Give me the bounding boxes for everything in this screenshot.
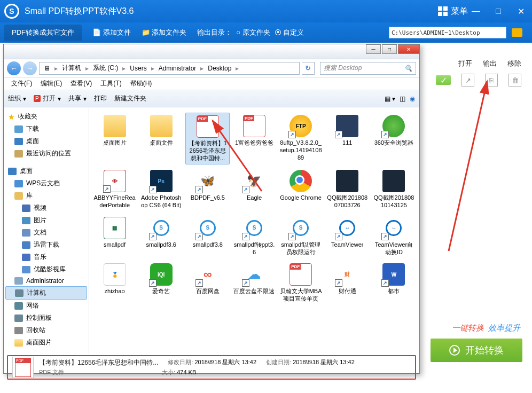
- file-item[interactable]: 贝翰文大学MBA项目宣传单页: [279, 261, 323, 305]
- dialog-titlebar[interactable]: ─ □ ✕: [4, 44, 419, 59]
- file-item[interactable]: W都市: [372, 261, 416, 305]
- file-item[interactable]: FTP8uftp_V3.8.2.0_setup.1419410889: [279, 113, 323, 164]
- sidebar-item[interactable]: Administrator: [4, 276, 89, 286]
- preview-pane-button[interactable]: ◫: [400, 95, 405, 103]
- check-icon[interactable]: ✓: [436, 75, 451, 85]
- file-item[interactable]: 360安全浏览器: [372, 113, 416, 164]
- sidebar-item[interactable]: ★收藏夹: [4, 111, 89, 123]
- breadcrumb-item[interactable]: Desktop: [206, 65, 233, 72]
- details-title: 【考前资料】12656毛泽东思想和中国特...: [39, 358, 158, 367]
- help-icon[interactable]: ◉: [410, 95, 415, 103]
- remove-action[interactable]: 移除: [507, 59, 521, 68]
- file-item[interactable]: ↔TeamViewer: [325, 215, 370, 258]
- file-item[interactable]: 桌面图片: [92, 113, 137, 164]
- file-item[interactable]: 桌面文件: [139, 113, 183, 164]
- file-item[interactable]: Ssmallpdf以管理员权限运行: [279, 215, 323, 258]
- file-item[interactable]: QQ截图20180807003726: [325, 168, 370, 211]
- annotation-arrow-2: [443, 75, 518, 256]
- sidebar-item[interactable]: WPS云文档: [4, 177, 89, 190]
- sidebar-item[interactable]: 最近访问的位置: [4, 147, 89, 160]
- file-item[interactable]: 👁ABBYYFineReaderPortable: [92, 168, 137, 211]
- file-item[interactable]: Google Chrome: [279, 168, 323, 211]
- close-button[interactable]: ✕: [510, 0, 532, 22]
- search-icon: 🔍: [404, 65, 412, 72]
- sidebar-item[interactable]: 回收站: [4, 324, 89, 336]
- details-file-icon: PDF: [12, 357, 34, 378]
- sidebar-item[interactable]: 库: [4, 190, 89, 202]
- add-file-button[interactable]: 📄 添加文件: [92, 28, 131, 37]
- file-item[interactable]: Ssmallpdf转ppt3.6: [232, 215, 276, 258]
- file-item[interactable]: PsAdobe Photoshop CS6 (64 Bit): [139, 168, 183, 211]
- maximize-button[interactable]: □: [487, 0, 510, 22]
- action-row: 打开 输出 移除: [458, 59, 521, 68]
- sidebar-item[interactable]: 文档: [4, 226, 89, 239]
- start-label: 开始转换: [465, 344, 504, 357]
- refresh-button[interactable]: ↻: [302, 62, 315, 75]
- file-item[interactable]: 🦅Eagle: [232, 168, 276, 211]
- output-action[interactable]: 输出: [483, 59, 497, 68]
- radio-original-folder[interactable]: ○ 原文件夹: [236, 28, 270, 37]
- nav-back-button[interactable]: ←: [7, 61, 21, 75]
- breadcrumb-item[interactable]: Administrator: [157, 65, 199, 72]
- file-item[interactable]: Ssmallpdf3.6: [139, 215, 183, 258]
- trash-icon[interactable]: 🗑: [508, 74, 521, 87]
- dialog-nav: ← → 🖥▸计算机▸系统 (C:)▸Users▸Administrator▸De…: [4, 59, 419, 77]
- output-icon[interactable]: ⎘: [485, 74, 498, 87]
- file-item[interactable]: ↔TeamViewer自动换ID: [372, 215, 416, 258]
- menu-button[interactable]: 菜单: [438, 6, 468, 17]
- active-tab[interactable]: PDF转换成其它文件: [4, 25, 82, 41]
- open-action[interactable]: 打开: [458, 59, 472, 68]
- file-item[interactable]: 🦋BDPDF_v6.5: [185, 168, 230, 211]
- menu-item[interactable]: 工具(T): [97, 78, 124, 89]
- output-path-input[interactable]: [389, 27, 506, 38]
- sidebar-item[interactable]: 迅雷下载: [4, 239, 89, 251]
- browse-folder-icon[interactable]: [512, 28, 522, 37]
- menu-item[interactable]: 帮助(H): [127, 78, 155, 89]
- file-item[interactable]: Ssmallpdf3.8: [185, 215, 230, 258]
- share-button[interactable]: 共享 ▾: [68, 94, 87, 103]
- menu-item[interactable]: 编辑(E): [37, 78, 65, 89]
- file-item[interactable]: 财财付通: [325, 261, 370, 305]
- sidebar-item[interactable]: 优酷影视库: [4, 263, 89, 276]
- sidebar-item[interactable]: 桌面图片: [4, 336, 89, 349]
- sidebar-item[interactable]: 网络: [4, 300, 89, 312]
- sidebar-item[interactable]: 视频: [4, 202, 89, 214]
- file-item[interactable]: QQ截图20180810143125: [372, 168, 416, 211]
- search-input[interactable]: 搜索 Desktop 🔍: [320, 62, 416, 75]
- dialog-maximize-button[interactable]: □: [382, 44, 397, 54]
- file-item[interactable]: ∞百度网盘: [185, 261, 230, 305]
- dialog-minimize-button[interactable]: ─: [366, 44, 381, 54]
- menu-item[interactable]: 文件(F): [8, 78, 35, 89]
- breadcrumb-item[interactable]: 计算机: [60, 64, 83, 73]
- minimize-button[interactable]: —: [465, 0, 487, 22]
- sidebar-item[interactable]: 计算机: [5, 286, 87, 300]
- new-folder-button[interactable]: 新建文件夹: [114, 94, 146, 103]
- file-item[interactable]: 【考前资料】12656毛泽东思想和中国特...: [185, 113, 230, 164]
- dialog-close-button[interactable]: ✕: [398, 44, 419, 54]
- file-item[interactable]: ☁百度云盘不限速: [232, 261, 276, 305]
- sidebar-item[interactable]: 图片: [4, 214, 89, 226]
- breadcrumb-item[interactable]: Users: [128, 65, 148, 72]
- breadcrumb[interactable]: 🖥▸计算机▸系统 (C:)▸Users▸Administrator▸Deskto…: [39, 62, 300, 75]
- file-item[interactable]: 🏅zhizhao: [92, 261, 137, 305]
- sidebar-item[interactable]: 音乐: [4, 251, 89, 263]
- radio-custom-folder[interactable]: ⦿ 自定义: [275, 28, 304, 37]
- add-folder-button[interactable]: 📁 添加文件夹: [142, 28, 187, 37]
- file-item[interactable]: iQI爱奇艺: [139, 261, 183, 305]
- sidebar-item[interactable]: 下载: [4, 123, 89, 135]
- organize-button[interactable]: 组织 ▾: [8, 94, 26, 103]
- sidebar-item[interactable]: 桌面: [4, 165, 89, 177]
- sidebar-item[interactable]: 桌面: [4, 135, 89, 147]
- open-button[interactable]: P 打开 ▾: [34, 94, 61, 103]
- file-item[interactable]: 1富爸爸穷爸爸: [232, 113, 276, 164]
- file-item[interactable]: ▦smallpdf: [92, 215, 137, 258]
- print-button[interactable]: 打印: [94, 94, 107, 103]
- breadcrumb-item[interactable]: 系统 (C:): [91, 64, 120, 73]
- sidebar-item[interactable]: 控制面板: [4, 312, 89, 324]
- start-convert-button[interactable]: 开始转换: [431, 339, 522, 362]
- menu-item[interactable]: 查看(V): [67, 78, 95, 89]
- file-item[interactable]: 111: [325, 113, 370, 164]
- nav-forward-button[interactable]: →: [23, 61, 37, 75]
- view-icons-button[interactable]: ▦ ▾: [385, 95, 395, 103]
- open-icon[interactable]: ↗: [461, 74, 474, 87]
